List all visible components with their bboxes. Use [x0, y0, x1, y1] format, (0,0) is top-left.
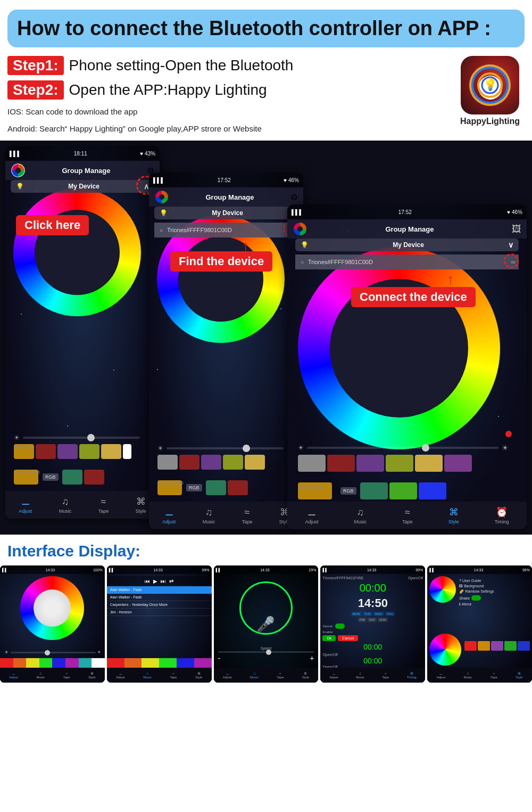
- mn1-style[interactable]: ⌘Style: [88, 671, 95, 679]
- phone2-slider-track[interactable]: [167, 447, 284, 449]
- iphone5-sw3[interactable]: [491, 641, 503, 651]
- phone1-slider[interactable]: ☀: [14, 434, 151, 441]
- next-icon[interactable]: ⏭: [161, 578, 166, 584]
- swatch-3[interactable]: [57, 444, 78, 459]
- phone2-device-row[interactable]: 💡 My Device ∨: [154, 207, 298, 219]
- p2-swatch-2[interactable]: [179, 455, 200, 470]
- cb2-green[interactable]: [159, 658, 177, 668]
- p3-s5[interactable]: [415, 455, 443, 472]
- swatch-5[interactable]: [101, 444, 121, 459]
- mn1-adjust[interactable]: ⚊Adjust: [9, 671, 18, 679]
- p3-std-1[interactable]: [360, 482, 388, 499]
- swatch-std-1[interactable]: [62, 470, 82, 485]
- mn2-music[interactable]: ♫Music: [143, 672, 152, 679]
- iphone5-rainbow[interactable]: 🌈 Rainbow Settings: [459, 589, 530, 594]
- p3-s6[interactable]: [444, 455, 472, 472]
- phone1-rgb-btn[interactable]: RGB: [43, 473, 59, 481]
- mn2-style[interactable]: ⌘Style: [195, 671, 202, 679]
- phone3-slider[interactable]: ☀ ☀: [298, 444, 516, 452]
- iphone4-thu[interactable]: THU: [385, 612, 395, 616]
- phone3-rgb-btn[interactable]: RGB: [340, 487, 356, 495]
- mn4-style[interactable]: ⌘Timing: [407, 671, 417, 679]
- iphone4-ok-btn[interactable]: Ok: [322, 635, 336, 641]
- mn2-tape[interactable]: ≈Tape: [170, 672, 177, 679]
- mn4-music[interactable]: ♫Music: [356, 672, 364, 679]
- cb-purple[interactable]: [65, 658, 79, 668]
- iphone1-plus[interactable]: +: [98, 650, 101, 655]
- nav-music[interactable]: ♫ Music: [59, 496, 72, 514]
- phone3-nav-timing[interactable]: ⏰ Timing: [495, 506, 509, 524]
- iphone2-song3[interactable]: Jini - Horizon: [107, 609, 212, 616]
- p2-swatch-4[interactable]: [223, 455, 243, 470]
- cb-red[interactable]: [0, 658, 13, 668]
- cb2-yellow[interactable]: [142, 658, 159, 668]
- iphone4-sun[interactable]: SUN: [378, 618, 388, 622]
- mn3-music[interactable]: ♫Music: [250, 672, 259, 679]
- p3-std-2[interactable]: [389, 482, 417, 499]
- iphone3-plus[interactable]: +: [310, 654, 314, 662]
- play-icon[interactable]: ▶: [153, 578, 157, 584]
- cb2-orange[interactable]: [124, 658, 142, 668]
- swatch-std-2[interactable]: [84, 470, 104, 485]
- phone2-slider-thumb[interactable]: [243, 445, 250, 452]
- phone2-nav-tape[interactable]: ≈ Tape: [242, 507, 253, 524]
- mn2-adjust[interactable]: ⚊Adjust: [116, 671, 125, 679]
- mn5-adjust[interactable]: ⚊Adjust: [436, 671, 445, 679]
- phone3-slider-track[interactable]: [307, 447, 498, 449]
- iphone5-about[interactable]: ℹ About: [459, 602, 530, 606]
- mn5-style[interactable]: ⌘Style: [516, 671, 522, 679]
- swatch-4[interactable]: [79, 444, 99, 459]
- p2-swatch-3[interactable]: [201, 455, 221, 470]
- mn4-tape[interactable]: ≈Tape: [382, 672, 389, 679]
- iphone4-toggle[interactable]: [335, 624, 345, 629]
- iphone2-song1b[interactable]: Alan Walker - Fade: [107, 594, 212, 601]
- nav-tape[interactable]: ≈ Tape: [98, 496, 109, 514]
- iphone3-mic-icon[interactable]: 🎤: [256, 616, 275, 633]
- iphone3-speed-track[interactable]: [218, 651, 314, 653]
- swatch-2[interactable]: [36, 444, 56, 459]
- prev-icon[interactable]: ⏮: [145, 578, 150, 584]
- phone2-slider[interactable]: ☀: [157, 445, 295, 452]
- phone1-slider-thumb[interactable]: [87, 434, 95, 441]
- phone2-nav-adjust[interactable]: ⚊ Adjust: [162, 506, 176, 524]
- iphone5-background[interactable]: 🖼 Background: [459, 584, 530, 588]
- phone3-slider-thumb[interactable]: [422, 444, 429, 452]
- mn4-adjust[interactable]: ⚊Adjust: [329, 671, 338, 679]
- iphone5-user-guide[interactable]: ? User Guide: [459, 579, 530, 583]
- p3-s4[interactable]: [386, 455, 413, 472]
- iphone5-sw2[interactable]: [478, 641, 490, 651]
- cb-green[interactable]: [39, 658, 53, 668]
- mn3-style[interactable]: ⌘Style: [302, 671, 309, 679]
- mn5-music[interactable]: ♫Music: [464, 672, 472, 679]
- iphone4-wed[interactable]: WED: [373, 612, 384, 616]
- phone1-device-row[interactable]: 💡 My Device ∧: [11, 180, 154, 193]
- cb-blue[interactable]: [52, 658, 65, 668]
- iphone1-thumb[interactable]: [45, 650, 50, 655]
- cb-orange[interactable]: [13, 658, 27, 668]
- iphone3-minus[interactable]: -: [218, 654, 221, 662]
- click-here-label[interactable]: Click here: [16, 215, 89, 235]
- phone2-gear-icon[interactable]: ⚙: [290, 192, 298, 202]
- iphone2-song1[interactable]: Alan Walker - Fade: [107, 586, 212, 594]
- iphone5-sw4[interactable]: [504, 641, 517, 651]
- shuffle-icon[interactable]: ⇄: [169, 578, 173, 584]
- cb-yellow[interactable]: [26, 658, 39, 668]
- phone2-nav-music[interactable]: ♫ Music: [203, 507, 215, 524]
- phone2-rgb-btn[interactable]: RGB: [186, 484, 202, 491]
- phone3-nav-tape[interactable]: ≈ Tape: [402, 507, 413, 524]
- p3-s2[interactable]: [327, 455, 355, 472]
- iphone4-tue[interactable]: TUE: [363, 612, 372, 616]
- p2-swatch-5[interactable]: [245, 455, 265, 470]
- cb-white[interactable]: [92, 658, 105, 668]
- phone3-device-item[interactable]: ○ Triones#FFFF9801C00D ∞: [295, 255, 519, 269]
- phone1-slider-track[interactable]: [23, 437, 140, 439]
- iphone4-mon[interactable]: MON: [351, 612, 362, 616]
- mn5-tape[interactable]: ≈Tape: [491, 672, 497, 679]
- p2-std-1[interactable]: [206, 480, 226, 495]
- cb-cyan[interactable]: [79, 658, 92, 668]
- iphone1-slider[interactable]: ☀ +: [4, 650, 101, 655]
- iphone5-sw5[interactable]: [518, 641, 530, 651]
- mn1-music[interactable]: ♫Music: [36, 672, 45, 679]
- p3-std-3[interactable]: [419, 482, 446, 499]
- phone3-device-row[interactable]: 💡 My Device ∨: [295, 239, 519, 251]
